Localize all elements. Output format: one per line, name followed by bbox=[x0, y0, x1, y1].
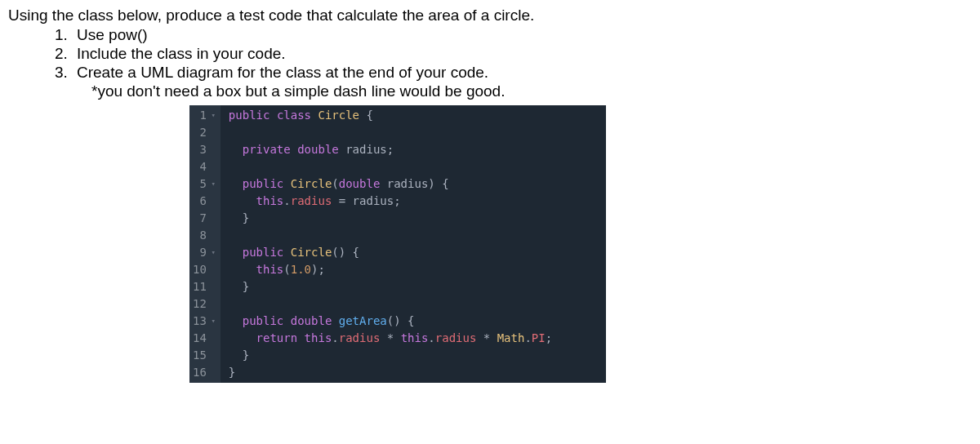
code-token: radius bbox=[387, 177, 429, 190]
code-token: this bbox=[256, 194, 284, 207]
code-token bbox=[229, 331, 256, 344]
gutter-line: 5▾ bbox=[193, 175, 216, 193]
code-token bbox=[283, 314, 290, 327]
gutter-line: 8 bbox=[193, 227, 216, 244]
main-instruction: Using the class below, produce a test co… bbox=[8, 7, 972, 24]
code-token bbox=[229, 194, 256, 207]
code-token: ; bbox=[387, 143, 394, 156]
code-token: } bbox=[229, 280, 249, 293]
code-line bbox=[229, 124, 599, 141]
code-token: Circle bbox=[318, 109, 359, 122]
code-token: this bbox=[305, 331, 332, 344]
code-token: * bbox=[380, 331, 400, 344]
line-number: 8 bbox=[199, 227, 206, 244]
instruction-list: Use pow() Include the class in your code… bbox=[8, 26, 972, 82]
code-token: public bbox=[243, 177, 284, 190]
code-token: 1.0 bbox=[291, 263, 311, 276]
line-number: 10 bbox=[193, 261, 207, 278]
code-token: radius bbox=[339, 331, 381, 344]
code-token: radius bbox=[353, 194, 394, 207]
code-token: } bbox=[229, 366, 235, 379]
gutter-line: 16 bbox=[193, 364, 216, 381]
code-token: private bbox=[243, 143, 291, 156]
code-block: 1▾2345▾6789▾10111213▾141516 public class… bbox=[189, 105, 606, 383]
code-token: this bbox=[401, 331, 429, 344]
code-token bbox=[270, 109, 276, 122]
code-token: public bbox=[243, 314, 284, 327]
line-number: 14 bbox=[193, 330, 207, 347]
code-token bbox=[380, 177, 386, 190]
code-token: () { bbox=[332, 246, 359, 259]
code-line: return this.radius * this.radius * Math.… bbox=[229, 330, 599, 347]
code-token: } bbox=[229, 211, 249, 224]
code-token bbox=[229, 143, 243, 156]
line-number: 13 bbox=[193, 313, 207, 330]
fold-arrow-icon[interactable]: ▾ bbox=[209, 316, 216, 327]
code-line: } bbox=[229, 364, 599, 381]
code-token: public bbox=[229, 109, 270, 122]
code-token bbox=[229, 246, 243, 259]
code-token: . bbox=[428, 331, 434, 344]
gutter-line: 12 bbox=[193, 295, 216, 313]
code-token: PI bbox=[532, 331, 546, 344]
instruction-note: *you don't need a box but a simple dash … bbox=[8, 82, 972, 100]
code-token: . bbox=[283, 194, 290, 207]
code-token bbox=[229, 314, 243, 327]
code-line: private double radius; bbox=[229, 141, 599, 158]
code-line: public Circle(double radius) { bbox=[229, 175, 599, 193]
code-token: ); bbox=[311, 263, 325, 276]
code-line: public Circle() { bbox=[229, 244, 599, 261]
code-token: public bbox=[243, 246, 284, 259]
code-token: return bbox=[256, 331, 298, 344]
gutter-line: 15 bbox=[193, 347, 216, 364]
code-token: . bbox=[524, 331, 531, 344]
code-line: public class Circle { bbox=[229, 107, 599, 124]
list-item: Create a UML diagram for the class at th… bbox=[72, 64, 972, 82]
code-token: Circle bbox=[291, 177, 332, 190]
code-token bbox=[297, 331, 304, 344]
gutter-line: 3 bbox=[193, 141, 216, 158]
code-token: double bbox=[339, 177, 381, 190]
code-token: . bbox=[332, 331, 338, 344]
code-token: ( bbox=[283, 263, 290, 276]
code-token: ) { bbox=[428, 177, 448, 190]
gutter-line: 13▾ bbox=[193, 313, 216, 330]
line-number: 6 bbox=[199, 193, 206, 210]
code-token: radius bbox=[345, 143, 387, 156]
code-token bbox=[283, 177, 290, 190]
line-number: 1 bbox=[199, 107, 206, 124]
line-number: 15 bbox=[193, 347, 207, 364]
line-number: 12 bbox=[193, 295, 207, 313]
code-token: ; bbox=[394, 194, 400, 207]
code-line bbox=[229, 227, 599, 244]
gutter-line: 10 bbox=[193, 261, 216, 278]
code-line bbox=[229, 158, 599, 175]
code-token bbox=[291, 143, 297, 156]
code-line: } bbox=[229, 278, 599, 295]
code-token bbox=[229, 263, 256, 276]
code-token: Math bbox=[497, 331, 525, 344]
gutter-line: 2 bbox=[193, 124, 216, 141]
code-line bbox=[229, 295, 599, 313]
fold-arrow-icon[interactable]: ▾ bbox=[209, 110, 216, 122]
instructions-block: Using the class below, produce a test co… bbox=[8, 7, 972, 100]
gutter-line: 9▾ bbox=[193, 244, 216, 261]
line-number: 16 bbox=[193, 364, 207, 381]
gutter-line: 7 bbox=[193, 210, 216, 227]
fold-arrow-icon[interactable]: ▾ bbox=[209, 247, 216, 259]
code-token: this bbox=[256, 263, 284, 276]
code-line: } bbox=[229, 347, 599, 364]
code-token: ; bbox=[546, 331, 552, 344]
gutter-line: 14 bbox=[193, 330, 216, 347]
code-token: radius bbox=[435, 331, 477, 344]
code-line: this.radius = radius; bbox=[229, 193, 599, 210]
code-token: Circle bbox=[291, 246, 332, 259]
code-token: ( bbox=[332, 177, 338, 190]
code-token: getArea bbox=[339, 314, 387, 327]
code-token: class bbox=[277, 109, 311, 122]
gutter-line: 6 bbox=[193, 193, 216, 210]
fold-arrow-icon[interactable]: ▾ bbox=[209, 179, 216, 190]
code-token bbox=[283, 246, 290, 259]
code-token: radius bbox=[291, 194, 332, 207]
line-number: 5 bbox=[199, 175, 206, 193]
